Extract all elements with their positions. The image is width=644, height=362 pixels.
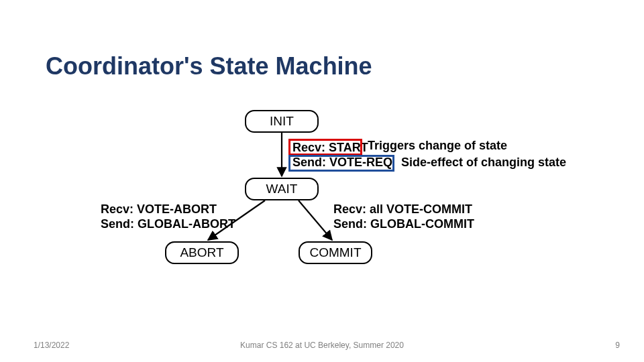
edge-wait-commit-send: Send: GLOBAL-COMMIT: [333, 217, 474, 232]
footer-center: Kumar CS 162 at UC Berkeley, Summer 2020: [0, 341, 644, 350]
state-init: INIT: [245, 110, 319, 133]
annotation-trigger: Triggers change of state: [368, 139, 507, 154]
edge-wait-abort-recv: Recv: VOTE-ABORT: [101, 202, 217, 217]
state-wait: WAIT: [245, 178, 319, 200]
state-abort-label: ABORT: [180, 245, 223, 260]
page-title: Coordinator's State Machine: [46, 52, 372, 80]
edge-wait-abort-send: Send: GLOBAL-ABORT: [101, 217, 235, 232]
highlight-send-box: [288, 155, 394, 172]
state-commit-label: COMMIT: [309, 245, 361, 260]
highlight-recv-box: [288, 139, 362, 156]
state-init-label: INIT: [270, 114, 294, 129]
state-abort: ABORT: [165, 241, 239, 264]
state-commit: COMMIT: [299, 241, 372, 264]
svg-line-2: [299, 200, 332, 240]
state-wait-label: WAIT: [266, 182, 298, 196]
annotation-side-effect: Side-effect of changing state: [401, 156, 566, 170]
edge-wait-commit-recv: Recv: all VOTE-COMMIT: [333, 202, 472, 217]
footer-page-number: 9: [615, 341, 620, 350]
